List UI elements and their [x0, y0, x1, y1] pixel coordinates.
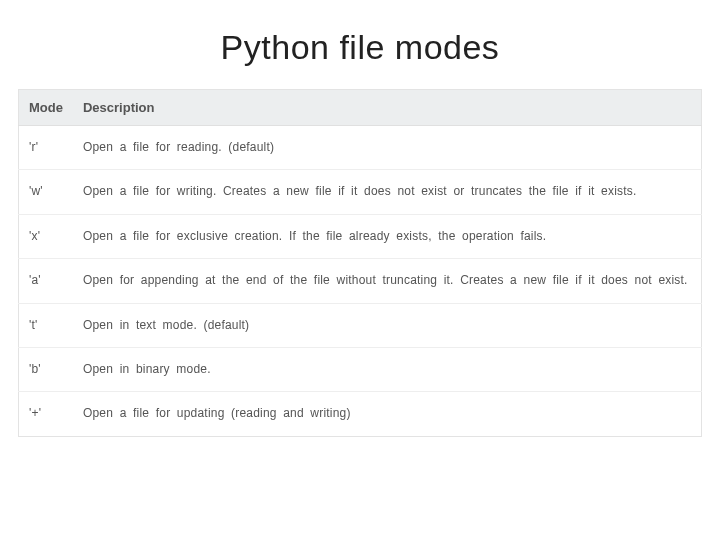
modes-table: Mode Description 'r' Open a file for rea…	[18, 89, 702, 437]
table-row: 'b' Open in binary mode.	[19, 347, 702, 391]
cell-description: Open a file for reading. (default)	[73, 126, 702, 170]
table-row: 'x' Open a file for exclusive creation. …	[19, 214, 702, 258]
table-row: 'a' Open for appending at the end of the…	[19, 259, 702, 303]
cell-mode: 't'	[19, 303, 73, 347]
cell-mode: 'b'	[19, 347, 73, 391]
cell-mode: 'w'	[19, 170, 73, 214]
table-row: 'w' Open a file for writing. Creates a n…	[19, 170, 702, 214]
cell-description: Open a file for writing. Creates a new f…	[73, 170, 702, 214]
table-header-row: Mode Description	[19, 90, 702, 126]
cell-mode: 'r'	[19, 126, 73, 170]
cell-mode: 'a'	[19, 259, 73, 303]
slide: Python file modes Mode Description 'r' O…	[0, 0, 720, 540]
header-description: Description	[73, 90, 702, 126]
table-row: 't' Open in text mode. (default)	[19, 303, 702, 347]
cell-mode: 'x'	[19, 214, 73, 258]
page-title: Python file modes	[18, 28, 702, 67]
cell-mode: '+'	[19, 392, 73, 436]
table-row: 'r' Open a file for reading. (default)	[19, 126, 702, 170]
cell-description: Open a file for updating (reading and wr…	[73, 392, 702, 436]
cell-description: Open a file for exclusive creation. If t…	[73, 214, 702, 258]
cell-description: Open in binary mode.	[73, 347, 702, 391]
cell-description: Open in text mode. (default)	[73, 303, 702, 347]
decorative-mark	[18, 75, 702, 85]
table-row: '+' Open a file for updating (reading an…	[19, 392, 702, 436]
cell-description: Open for appending at the end of the fil…	[73, 259, 702, 303]
header-mode: Mode	[19, 90, 73, 126]
